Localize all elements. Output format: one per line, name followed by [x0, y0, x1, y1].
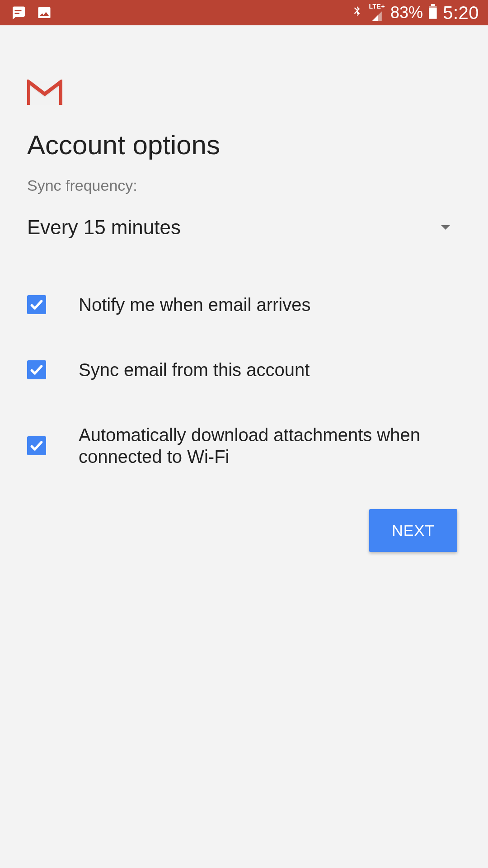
clock: 5:20 [443, 3, 479, 23]
sync-frequency-label: Sync frequency: [27, 177, 461, 194]
option-row-notify[interactable]: Notify me when email arrives [27, 272, 461, 337]
chevron-down-icon [441, 225, 450, 230]
option-label: Automatically download attachments when … [79, 424, 461, 467]
option-row-attachments[interactable]: Automatically download attachments when … [27, 402, 461, 489]
checkbox-sync[interactable] [27, 360, 46, 379]
sync-frequency-value: Every 15 minutes [27, 216, 181, 239]
chat-notification-icon [9, 4, 27, 22]
battery-icon [428, 4, 437, 21]
svg-rect-2 [429, 8, 437, 19]
next-button[interactable]: NEXT [369, 509, 457, 552]
sync-frequency-dropdown[interactable]: Every 15 minutes [27, 214, 461, 241]
option-row-sync[interactable]: Sync email from this account [27, 337, 461, 402]
svg-rect-5 [59, 81, 62, 105]
statusbar: LTE+ 83% 5:20 [0, 0, 488, 25]
option-label: Sync email from this account [79, 359, 337, 381]
checkbox-notify[interactable] [27, 295, 46, 314]
content-area: Account options Sync frequency: Every 15… [0, 25, 488, 489]
svg-rect-4 [27, 81, 30, 105]
bluetooth-icon [350, 5, 364, 20]
image-notification-icon [35, 4, 53, 22]
checkbox-attachments[interactable] [27, 436, 46, 455]
svg-rect-0 [431, 4, 435, 6]
battery-percentage: 83% [390, 3, 423, 22]
option-label: Notify me when email arrives [79, 294, 338, 316]
page-title: Account options [27, 129, 461, 160]
cellular-icon: LTE+ [369, 3, 385, 22]
gmail-icon [27, 80, 62, 107]
network-label: LTE+ [369, 3, 385, 9]
